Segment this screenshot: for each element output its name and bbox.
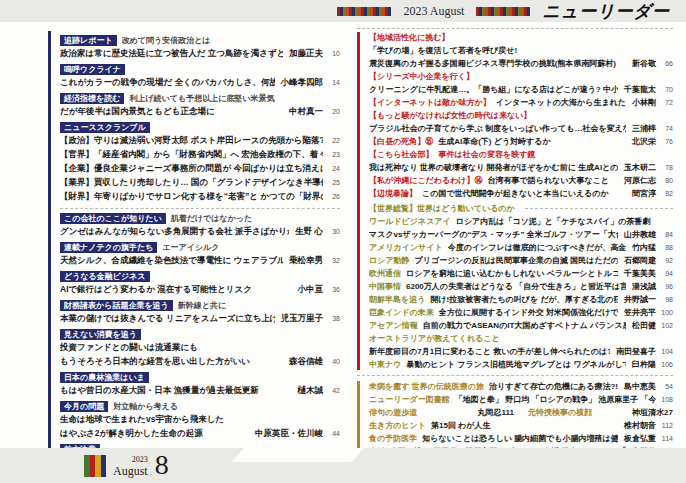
article-title: 暴動のヒント フランス旧植民地マグレブとは ワグネルがしてきたことから考える — [406, 359, 626, 370]
section-chip: 追跡レポート — [60, 35, 117, 46]
article-title: グンゼはみんなが知らない多角展開する会社 派手さばかりがいい会社じゃない — [60, 226, 289, 238]
top-header-bar: 2023 August ニューリーダー — [0, 0, 686, 22]
article-title: 治りすぎて存亡の危機にある療法?! — [489, 381, 618, 392]
author-name: 小林剛 — [632, 97, 656, 108]
page-number: 25 — [328, 179, 340, 186]
author-name: 三浦梓 — [632, 123, 656, 134]
section-note: 肌着だけではなかった — [171, 213, 253, 224]
column-tag: ワールドビジネスアイ — [369, 216, 451, 227]
author-name: 千葉美美 — [624, 268, 656, 279]
feature-title: 【地域活性化に挑む】 — [369, 32, 449, 43]
article-title: ロシア内乱は「コソ泥」と「ケチなスパイ」の茶番劇 — [456, 216, 673, 227]
author-name: 千葉龍太 — [624, 84, 656, 95]
author-name: 中原英臣・佐川峻 — [255, 428, 323, 440]
author-name: 中村真一 — [289, 106, 323, 118]
author-name: 加藤正夫 — [289, 48, 323, 60]
column-tag: ロシア動静 — [369, 255, 410, 266]
page-number: 40 — [328, 358, 340, 365]
article-title: 台湾有事で語られない大事なこと — [488, 175, 619, 186]
page-number: 44 — [328, 430, 340, 437]
author-name: 井野誠一 — [624, 294, 656, 305]
page-number: 22 — [328, 137, 340, 144]
column-tag: オーストラリアが教えてくれること — [369, 333, 500, 344]
toc-entry: 財務諸表から話題企業を追う 新幹線と共に — [60, 300, 340, 311]
author-name: 島中恵美 — [624, 381, 656, 392]
footer-wedge — [232, 448, 365, 462]
section-chip: 経済指標を読む — [60, 93, 124, 104]
magazine-logo: ニューリーダー — [542, 0, 670, 23]
stripes-icon — [84, 455, 106, 477]
section-chip: 今月の問題 — [60, 401, 108, 412]
toc-left-column: 追跡レポート 改めて問う安倍政治とは 政治家は常に歴史法廷に立つ被告人だ 立つ鳥… — [48, 31, 340, 483]
page-number: 114 — [661, 435, 673, 442]
page-number: 54 — [661, 383, 673, 390]
author-name: 松田健 — [632, 320, 656, 331]
section-note: 新幹線と共に — [178, 300, 226, 311]
page-number: 30 — [328, 228, 340, 235]
column-tag: 未病を癒す 世界の伝統医療の旅 — [369, 381, 484, 392]
article-title: もはや昔日の水産大国・日本 漁獲量が過去最低更新 — [60, 385, 292, 397]
news-item: 【財界】年寄りばかりでサロン化する様を“老害”と かつての「財界の青年将校」牛尾… — [60, 191, 323, 203]
column-tag: アメリカインサイト — [369, 242, 443, 253]
section-chip: この会社のここが知りたい — [60, 213, 166, 224]
news-item: 【政治】守りは滅法弱い河野太郎 ポスト岸田レースの先頭から陥落? — [60, 135, 323, 147]
world-header-label: 【世界総覧】世界はどう動いているのか — [369, 203, 515, 214]
section-chip: 日本の農林漁業はいま — [60, 372, 149, 383]
column-tag: 巨象インドの未来 — [369, 307, 434, 318]
author-name: 北沢栄 — [632, 136, 656, 147]
author-name: 板倉弘重 — [624, 433, 656, 444]
author-name: 石郷岡建 — [624, 255, 656, 266]
page-number: 78 — [661, 164, 673, 171]
author-name: 河原仁志 — [624, 175, 656, 186]
author-name: 生野 心 — [295, 226, 323, 238]
article-title: クリーニングに牛乳配達…。「勝ち組」になる店はどこが違う? 中小企業の社長は命が… — [369, 84, 618, 95]
section-chip: 連載ナノテクの旗手たち — [60, 242, 157, 253]
feature-title: 【インターネットは敵か味方か】 — [369, 97, 491, 108]
features-section: 【地域活性化に挑む】 「学びの場」を復活して若者を呼び戻せ! 震災復興のカギ握る… — [357, 32, 673, 370]
article-title: プリゴージンの反乱は民間軍事企業の自滅 国民はただの茶番としか見ていない — [415, 255, 618, 266]
footer-date: 2023 August — [113, 456, 148, 477]
page-number: 66 — [661, 60, 673, 67]
author-name: 乗松幸男 — [289, 255, 323, 267]
toc-entry: 嗚呼ウクライナ — [60, 64, 340, 75]
section-note: 利上げ続いても予想以上に底堅い米景気 — [129, 93, 274, 104]
page-number: 10 — [328, 50, 340, 57]
divider — [357, 375, 673, 376]
section-note: 対立軸から考える — [113, 401, 178, 412]
toc-entry: 連載ナノテクの旗手たち エーアイシルク — [60, 242, 340, 253]
column-tag: 中国事情 — [369, 281, 401, 292]
article-title: はやぶさ2が解き明かした生命の起源 — [60, 428, 249, 440]
section-chip: どうなる金融ビジネス — [60, 271, 150, 282]
page-number: 26 — [328, 193, 340, 200]
column-tag: 朝鮮半島を追う — [369, 294, 425, 305]
author-name: 竹内猛 — [632, 242, 656, 253]
footer-issue-logo: 2023 August 8 — [84, 453, 169, 477]
article-title: 生成AI革命(下) どう対峙するか — [438, 136, 626, 147]
bottom-footer-bar: 2023 August 8 — [0, 448, 686, 483]
column-tag: 俳句の遊歩道 — [369, 407, 417, 418]
toc-entry: どうなる金融ビジネス — [60, 271, 340, 282]
toc-entry: この会社のここが知りたい 肌着だけではなかった — [60, 213, 340, 224]
page-number: 27 — [664, 408, 673, 417]
section-note: エーアイシルク — [162, 242, 219, 253]
author-name: 丸岡忍 — [478, 407, 502, 418]
feature-title: 【白昼の死角】⑮ — [369, 136, 433, 147]
author-name: 山井教雄 — [624, 229, 656, 240]
page-number: 82 — [661, 190, 673, 197]
footer-month: August — [113, 465, 148, 477]
author-name: 南田登喜子 — [616, 346, 656, 357]
author-name: 神垣清水 — [632, 407, 664, 418]
author-name: 小峰孝四郎 — [281, 77, 324, 89]
author-name: 小中亘 — [298, 284, 324, 296]
page-number: 112 — [661, 422, 673, 429]
article-title: 「学びの場」を復活して若者を呼び戻せ! — [369, 45, 673, 56]
feature-title: 【こちら社会部】 — [369, 149, 434, 160]
page-number: 80 — [661, 177, 673, 184]
article-title: 震災復興のカギ握る多国籍ビジネス専門学校の挑戦(熊本県南阿蘇村) — [369, 58, 626, 69]
page-number: 84 — [661, 231, 673, 238]
article-title: 投資ファンドとの闘いは流通業にも — [60, 342, 340, 354]
page-number: 106 — [661, 361, 673, 368]
author-name: 森谷信雄 — [289, 356, 323, 368]
page-number: 32 — [328, 257, 340, 264]
article-title: 新年度節目の7月1日に変わること 救いの手が差し伸べられたのは? — [369, 346, 610, 357]
